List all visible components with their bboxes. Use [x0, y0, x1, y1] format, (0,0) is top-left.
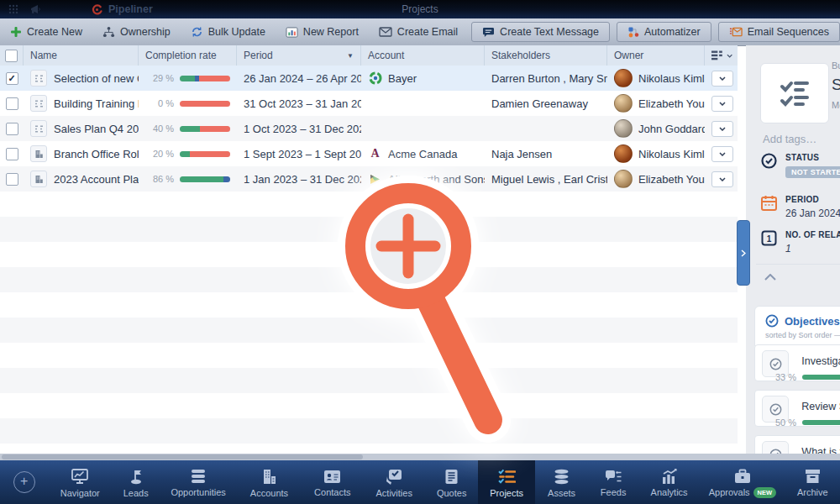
owner-name: Elizabeth Young [638, 97, 705, 110]
bottom-navigation: + Navigator Leads Opportunities Accounts… [0, 460, 840, 504]
row-checkbox[interactable]: ✓ [6, 72, 18, 85]
objective-title: Investigation [801, 355, 840, 367]
page-title: Projects [0, 3, 840, 15]
completion-percent: 0 % [145, 98, 174, 108]
nav-projects[interactable]: Projects [478, 460, 534, 504]
objectives-circle-check-icon [765, 314, 779, 328]
scrollbar-thumb[interactable] [2, 454, 363, 459]
table-row[interactable]: ✓ Selection of new CRM 29 % 26 Jan 2024 … [0, 66, 738, 91]
create-new-button[interactable]: Create New [0, 23, 92, 41]
table-row[interactable]: Sales Plan Q4 2023 40 % 1 Oct 2023 – 31 … [0, 116, 738, 141]
report-chart-icon [286, 27, 298, 38]
nav-assets[interactable]: Assets [535, 460, 588, 504]
ownership-button[interactable]: Ownership [92, 23, 181, 41]
col-name[interactable]: Name [24, 45, 139, 66]
owner-avatar [614, 170, 633, 188]
period-label: PERIOD [785, 195, 840, 204]
completion-percent: 40 % [145, 123, 174, 134]
account-name[interactable]: Acme Canada [388, 148, 457, 160]
button-label: Bulk Update [208, 26, 265, 38]
objective-title: Review Sites [801, 401, 840, 412]
nav-feeds[interactable]: Feeds [588, 460, 638, 504]
column-settings-icon[interactable] [711, 50, 732, 60]
row-checkbox[interactable] [6, 97, 18, 110]
row-checkbox[interactable] [6, 173, 18, 186]
objective-bar [802, 375, 840, 380]
nav-accounts[interactable]: Accounts [237, 460, 302, 504]
horizontal-scrollbar[interactable] [0, 454, 840, 460]
owner-name: John Goddard [638, 123, 705, 135]
objectives-header[interactable]: Objectives sorted by Sort order — A [754, 306, 840, 346]
related-items-field: 1 NO. OF RELATED IN 1 [761, 230, 840, 255]
stakeholders-cell: Naja Jensen [485, 141, 607, 166]
record-card[interactable] [760, 63, 829, 123]
completion-bar [180, 126, 230, 132]
row-actions-chevron[interactable] [711, 171, 733, 187]
period-cell: 1 Sept 2023 – 1 Sept 2024 [237, 141, 361, 166]
col-stakeholders[interactable]: Stakeholders [485, 45, 607, 66]
account-plan-type-icon [30, 145, 47, 162]
navigator-icon [71, 469, 89, 485]
assets-database-icon [554, 469, 570, 485]
select-all-checkbox[interactable] [5, 50, 18, 62]
account-plan-type-icon [30, 171, 47, 187]
nav-analytics[interactable]: Analytics [638, 460, 700, 504]
automatizer-button[interactable]: Automatizer [617, 22, 711, 42]
nav-add-button[interactable]: + [13, 471, 35, 493]
nav-quotes[interactable]: Quotes [425, 460, 478, 504]
project-name[interactable]: Sales Plan Q4 2023 [54, 123, 139, 135]
col-owner[interactable]: Owner [607, 45, 705, 66]
add-tags-field[interactable]: Add tags… [763, 133, 816, 145]
project-name[interactable]: Building Training Plan [54, 97, 139, 110]
speech-bubble-icon [482, 27, 495, 38]
leads-flag-icon [128, 469, 144, 485]
approvals-briefcase-icon [734, 469, 751, 484]
project-name[interactable]: Branch Office Rollout [54, 148, 139, 160]
account-name[interactable]: Bayer [388, 72, 417, 85]
email-sequences-button[interactable]: Email Sequences [718, 22, 840, 42]
nav-leads[interactable]: Leads [112, 460, 160, 504]
col-account[interactable]: Account [361, 45, 485, 66]
record-meta: Buye Se Mod [832, 60, 840, 110]
sort-desc-icon[interactable]: ▼ [347, 52, 354, 60]
col-period[interactable]: Period▼ [237, 45, 361, 66]
row-actions-chevron[interactable] [711, 71, 733, 87]
row-checkbox[interactable] [6, 148, 18, 160]
objective-check-icon[interactable] [762, 441, 789, 454]
objective-item[interactable]: Review Sites 50 % [754, 390, 840, 427]
panel-expand-handle[interactable] [737, 220, 750, 286]
stakeholders-cell: Damien Greenaway [485, 91, 607, 116]
objective-item[interactable]: What is the p 0 % [754, 435, 840, 454]
table-row[interactable]: Building Training Plan 0 % 31 Oct 2023 –… [0, 91, 738, 116]
nav-activities[interactable]: Activities [364, 460, 425, 504]
project-name[interactable]: Selection of new CRM [54, 72, 139, 85]
related-items-value: 1 [785, 243, 840, 255]
nav-approvals[interactable]: ApprovalsNEW [700, 460, 785, 504]
row-actions-chevron[interactable] [711, 121, 733, 137]
project-type-icon [30, 95, 47, 112]
completion-bar [180, 176, 230, 182]
col-completion-rate[interactable]: Completion rate [139, 45, 237, 66]
row-checkbox[interactable] [6, 123, 18, 135]
row-actions-chevron[interactable] [711, 96, 733, 112]
nav-contacts[interactable]: Contacts [302, 460, 363, 504]
nav-opportunities[interactable]: Opportunities [160, 460, 236, 504]
collapse-chevron-icon[interactable] [764, 274, 776, 281]
project-name[interactable]: 2023 Account Plan [54, 173, 139, 186]
completion-bar [180, 76, 230, 81]
project-type-icon [30, 120, 47, 137]
nav-navigator[interactable]: Navigator [49, 460, 112, 504]
email-sequence-icon [729, 27, 743, 37]
table-row[interactable]: Branch Office Rollout 20 % 1 Sept 2023 –… [0, 141, 738, 166]
create-email-button[interactable]: Create Email [369, 23, 468, 41]
create-text-message-button[interactable]: Create Text Message [471, 22, 610, 42]
new-report-button[interactable]: New Report [276, 23, 369, 41]
bulk-update-button[interactable]: Bulk Update [181, 23, 276, 41]
nav-archive[interactable]: Archive [785, 460, 839, 504]
owner-avatar [614, 69, 633, 87]
record-sub-label: Mod [832, 100, 840, 110]
column-settings[interactable] [705, 45, 739, 66]
detail-side-panel: Buye Se Mod Add tags… STATUS NOT STARTED… [746, 45, 840, 454]
objective-item[interactable]: Investigation 33 % [754, 344, 840, 381]
row-actions-chevron[interactable] [711, 146, 733, 162]
